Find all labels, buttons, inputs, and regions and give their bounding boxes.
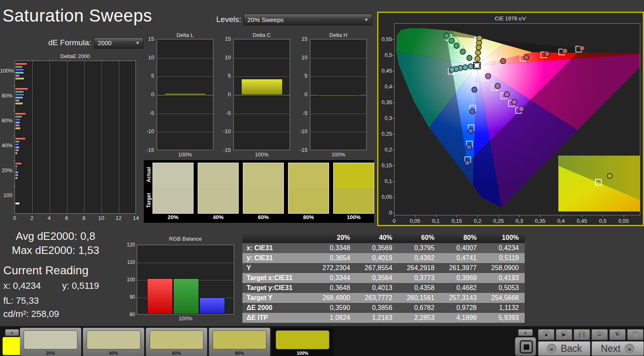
table-cell: 267,8554 — [356, 263, 398, 273]
sample-swatch-label: 80% — [288, 214, 329, 220]
deltae-bar-green — [15, 165, 18, 168]
delta-y-tick: 10 — [218, 54, 231, 61]
table-cell: 0,5119 — [482, 253, 525, 263]
axis-tick — [415, 215, 415, 217]
delta-y-tick: 15 — [295, 36, 307, 42]
table-cell: 257,3143 — [440, 293, 482, 303]
rgb-y-tick: 120 — [122, 242, 135, 248]
sample-tile-label: 60% — [146, 351, 207, 356]
sample-tile-swatch — [213, 330, 266, 349]
deltae-bar-magenta — [15, 74, 20, 77]
cie-y-tick: 0,05 — [378, 194, 392, 200]
deltae-bar-red — [15, 112, 26, 115]
sample-swatch-label: 20% — [153, 214, 194, 220]
axis-tick — [13, 161, 15, 161]
measured-point-marker — [579, 46, 585, 51]
table-cell: 0,4392 — [398, 253, 441, 263]
next-button[interactable]: Next » — [591, 341, 644, 356]
square-frame-icon — [520, 340, 533, 354]
sample-tile-40%[interactable]: 40% — [83, 328, 144, 356]
reading-fl: fL: 75,33 — [3, 295, 39, 306]
delta-y-tick: -5 — [142, 110, 154, 116]
axis-tick — [392, 197, 394, 198]
axis-tick — [392, 71, 394, 71]
table-cell: 0,4013 — [356, 283, 398, 293]
grid-line — [157, 114, 213, 114]
inset-measured-marker — [607, 173, 612, 178]
expand-panel-button-left[interactable]: ▲ — [5, 329, 19, 336]
table-row-label: y: CIE31 — [242, 253, 314, 263]
sample-swatch-actual — [198, 163, 238, 188]
measured-point-marker — [444, 33, 449, 39]
measured-point-marker — [485, 73, 491, 79]
record-icon — [632, 331, 639, 339]
sample-swatch-target — [334, 188, 374, 213]
sample-tile-20%[interactable]: 20% — [20, 328, 81, 356]
expand-panel-button-right[interactable]: ▲ — [518, 329, 533, 336]
cie-x-tick: 0 — [384, 218, 404, 224]
de-formula-dropdown[interactable]: 2000 ▼ — [94, 37, 143, 49]
sample-swatch-target — [198, 188, 238, 213]
cie-x-tick: 0,35 — [530, 218, 550, 224]
pattern-window-button[interactable] — [515, 337, 536, 356]
sample-swatch — [333, 163, 374, 214]
rgb-bar-green — [173, 278, 199, 314]
deltae-bar-blue — [15, 68, 24, 71]
play-button[interactable]: ▶ — [556, 329, 572, 340]
delta-y-tick: 0 — [218, 91, 231, 98]
stop-button[interactable]: ■ — [538, 329, 554, 340]
sample-tile-100%[interactable]: 100% — [272, 328, 333, 356]
axis-tick — [603, 215, 603, 217]
deltae-bar-cyan — [15, 96, 23, 99]
deltae-bar-red — [15, 162, 22, 165]
deltae-bar-green — [15, 90, 24, 93]
table-cell: 0,9728 — [440, 303, 482, 313]
sample-tile-swatch — [87, 330, 140, 349]
deltae-bar-magenta — [15, 149, 19, 152]
table-cell: 5,9393 — [482, 313, 525, 323]
table-cell: 0,3856 — [356, 303, 398, 313]
levels-dropdown[interactable]: 20% Sweeps ▼ — [244, 14, 372, 25]
stop-icon: ■ — [542, 331, 550, 339]
measured-point-marker — [467, 55, 472, 61]
axis-tick — [13, 185, 15, 186]
actual-row-label: Actual — [146, 162, 152, 187]
delta-y-tick: -15 — [142, 147, 154, 153]
cie-y-tick: 0,55 — [378, 36, 392, 42]
sample-tile-swatch — [150, 330, 203, 349]
table-cell: 2,2853 — [398, 313, 441, 323]
measured-point-marker — [466, 144, 472, 150]
axis-tick — [392, 39, 394, 40]
grid-line — [310, 114, 366, 114]
step-button[interactable]: [··] — [574, 329, 590, 340]
record-button[interactable] — [627, 329, 644, 340]
axis-tick — [540, 215, 540, 217]
sample-swatch-target — [153, 188, 193, 213]
cie-y-tick: 0,2 — [378, 146, 392, 153]
grid-line — [234, 132, 290, 132]
sample-swatch-label: 60% — [243, 214, 284, 220]
table-cell: 0,3773 — [398, 273, 441, 283]
deltae-x-tick: 4 — [43, 215, 56, 221]
deltae-x-tick: 14 — [130, 215, 142, 221]
grid-line — [310, 58, 366, 59]
cie-zoom-inset — [558, 156, 640, 212]
deltae-bar-cyan — [15, 171, 19, 174]
continuous-button[interactable]: ∞ — [591, 329, 608, 340]
refresh-button[interactable]: ↻ — [609, 329, 626, 340]
measured-point-marker — [562, 49, 568, 54]
measured-point-marker — [504, 92, 510, 97]
deltae-bar-white — [15, 202, 20, 205]
table-header-cell: 20% — [314, 232, 356, 243]
sample-swatch-actual — [243, 163, 283, 188]
sample-tile-60%[interactable]: 60% — [146, 328, 207, 356]
reading-x: x: 0,4234 — [3, 280, 41, 291]
back-button[interactable]: « Back — [538, 341, 591, 356]
rgb-y-tick: 90 — [122, 294, 135, 300]
sample-tile-80%[interactable]: 80% — [209, 328, 270, 356]
axis-tick — [392, 166, 394, 166]
measured-point-marker — [475, 56, 480, 61]
grid-line — [102, 61, 102, 213]
delta-x-label: 100% — [157, 151, 213, 158]
grid-line — [234, 76, 290, 77]
